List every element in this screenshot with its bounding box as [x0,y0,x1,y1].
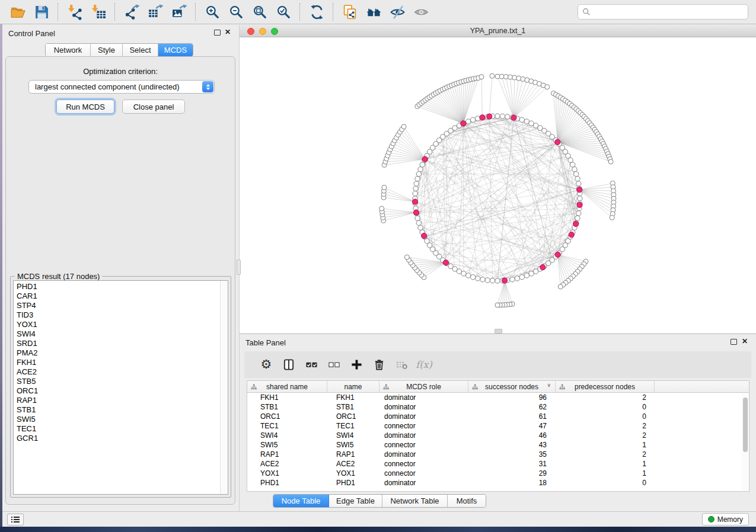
table-row[interactable]: ORC1ORC1dominator610 [247,412,749,421]
vertical-splitter-grip[interactable] [237,259,241,275]
mcds-result-item[interactable]: GCR1 [14,434,228,443]
mcds-result-item[interactable]: TID3 [14,310,228,320]
graph-leaf-node[interactable] [490,73,495,78]
zoom-fit-icon[interactable] [248,2,272,22]
mcds-result-item[interactable]: RAP1 [14,396,228,405]
tab-style[interactable]: Style [91,44,123,56]
mcds-result-item[interactable]: STB1 [14,405,228,415]
table-row[interactable]: FKH1FKH1dominator962 [247,393,749,402]
export-table-icon[interactable] [143,2,167,22]
graph-node[interactable] [500,114,505,118]
graph-leaf-node[interactable] [495,303,500,307]
graph-leaf-node[interactable] [379,206,384,211]
graph-leaf-node[interactable] [610,215,614,220]
mcds-result-item[interactable]: FKH1 [14,358,228,367]
eye-slash-icon[interactable] [385,2,409,22]
graph-node[interactable] [519,117,524,122]
task-history-button[interactable] [7,514,24,525]
graph-node[interactable] [515,276,519,281]
graph-node[interactable] [415,177,420,181]
graph-hub-node[interactable] [443,260,448,265]
graph-node[interactable] [576,211,581,216]
graph-leaf-node[interactable] [401,124,406,129]
table-scrollbar-thumb[interactable] [743,398,748,452]
optimization-criterion-select[interactable]: largest connected component (undirected) [28,80,215,94]
mcds-list-scrollbar[interactable] [220,281,228,494]
table-row[interactable]: SWI4SWI4dominator462 [247,431,749,440]
sort-descending-icon[interactable]: ∨ [547,382,551,388]
tab-network-table[interactable]: Network Table [382,495,448,507]
graph-leaf-node[interactable] [479,75,484,79]
column-header-predecessor-nodes[interactable]: predecessor nodes [556,381,655,392]
graph-node[interactable] [418,167,423,172]
graph-hub-node[interactable] [413,210,419,215]
graph-node[interactable] [480,277,485,282]
graph-node[interactable] [418,225,423,230]
unselect-all-icon[interactable] [323,356,345,374]
graph-node[interactable] [490,278,495,283]
graph-node[interactable] [578,196,582,201]
graph-hub-node[interactable] [577,202,582,207]
export-image-icon[interactable] [167,2,191,22]
close-panel-icon[interactable]: ✕ [225,27,231,37]
graph-node[interactable] [413,186,418,191]
graph-hub-node[interactable] [555,139,560,145]
mcds-result-item[interactable]: SWI5 [14,415,228,424]
memory-button[interactable]: Memory [702,513,749,525]
mcds-result-item[interactable]: YOX1 [14,320,228,329]
column-header-shared-name[interactable]: shared name [247,381,327,392]
graph-hub-node[interactable] [511,115,516,120]
graph-hub-node[interactable] [502,278,508,283]
graph-node[interactable] [510,277,515,282]
tab-node-table[interactable]: Node Table [273,495,329,507]
search-input[interactable] [594,5,748,18]
column-header-mcds-role[interactable]: MCDS role [379,381,468,392]
graph-node[interactable] [519,275,524,280]
graph-node[interactable] [414,181,419,186]
mcds-result-item[interactable]: TEC1 [14,424,228,434]
duplicate-network-icon[interactable] [338,2,362,22]
close-panel-button[interactable]: Close panel [122,100,185,114]
graph-node[interactable] [575,216,580,220]
columns-icon[interactable] [277,356,300,374]
graph-node[interactable] [572,167,577,172]
graph-node[interactable] [415,216,420,220]
tab-edge-table[interactable]: Edge Table [329,495,382,507]
graph-node[interactable] [570,162,575,167]
graph-node[interactable] [476,276,480,281]
graph-hub-node[interactable] [555,252,560,257]
graph-hub-node[interactable] [480,115,485,120]
graph-node[interactable] [485,278,490,283]
graph-node[interactable] [466,273,471,278]
mcds-result-item[interactable]: PMA2 [14,348,228,358]
zoom-selected-icon[interactable] [272,2,295,22]
graph-node[interactable] [576,181,581,186]
import-table-icon[interactable] [87,2,110,22]
graph-hub-node[interactable] [422,156,428,162]
zoom-in-icon[interactable] [200,2,224,22]
network-canvas[interactable] [240,37,756,333]
mcds-result-item[interactable]: PHD1 [14,282,228,291]
graph-node[interactable] [524,119,529,124]
zoom-out-icon[interactable] [224,2,248,22]
graph-node[interactable] [416,220,421,225]
import-network-icon[interactable] [63,2,87,22]
table-row[interactable]: SWI5SWI5connector431 [247,440,749,450]
close-table-panel-icon[interactable]: ✕ [742,336,748,346]
table-row[interactable]: YOX1YOX1connector291 [247,469,749,478]
tab-mcds[interactable]: MCDS [158,44,193,56]
gear-icon[interactable]: ⚙ [255,356,277,374]
tab-select[interactable]: Select [123,44,158,56]
mcds-result-item[interactable]: ACE2 [14,367,228,377]
float-table-panel-icon[interactable] [731,339,737,345]
table-row[interactable]: RAP1RAP1dominator352 [247,450,749,459]
open-folder-icon[interactable] [6,2,30,22]
table-row[interactable]: ACE2ACE2connector311 [247,459,749,469]
graph-hub-node[interactable] [577,187,582,193]
horizontal-splitter-grip[interactable] [495,329,502,334]
run-mcds-button[interactable]: Run MCDS [56,100,114,114]
network-graph[interactable] [240,37,755,333]
refresh-icon[interactable] [305,2,328,22]
graph-leaf-node[interactable] [382,185,387,190]
graph-node[interactable] [466,119,471,124]
